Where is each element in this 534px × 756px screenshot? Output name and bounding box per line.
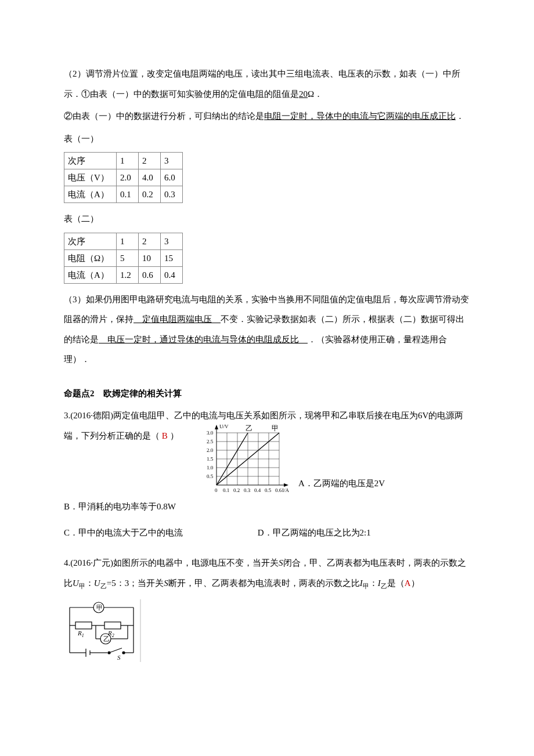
para-2-1: （2）调节滑片位置，改变定值电阻两端的电压，读出其中三组电流表、电压表的示数，如…	[64, 64, 470, 104]
p1-blank: 20	[299, 89, 308, 99]
cell: 3	[161, 153, 183, 169]
q4-e: 是（	[387, 578, 405, 588]
q3-optD: D．甲乙两端的电压之比为2:1	[258, 528, 371, 537]
para-2-2: ②由表（一）中的数据进行分析，可归纳出的结论是电阻一定时，导体中的电流与它两端的…	[64, 106, 470, 126]
p1-pre: （2）调节滑片位置，改变定值电阻两端的电压，读出其中三组电流表、电压表的示数，如…	[64, 69, 460, 99]
cell: 电流（A）	[64, 266, 117, 283]
ytick: 2.0	[207, 447, 214, 453]
q4-c: =5：3；当开关	[107, 578, 164, 588]
cell: 0.3	[161, 186, 183, 203]
q4-col1: ：	[85, 578, 94, 588]
p3-blank2: 电压一定时，通过导体的电流与导体的电阻成反比	[99, 335, 308, 344]
r1sub: 1	[82, 633, 84, 638]
ytick: 0.5	[207, 473, 214, 479]
cell: 2	[139, 233, 161, 249]
q4: 4.(2016·广元)如图所示的电器中，电源电压不变，当开关S闭合，甲、乙两表都…	[64, 553, 470, 594]
svg-rect-26	[104, 622, 121, 629]
p1-post: Ω．	[308, 89, 323, 99]
cell: 2.0	[117, 169, 139, 186]
q3-opts-cd: C．甲中的电流大于乙中的电流 D．甲乙两端的电压之比为2:1	[64, 523, 470, 543]
cell: 0.4	[161, 266, 183, 283]
chart-svg: U/V I/A	[196, 421, 295, 497]
q4-f: ）	[411, 578, 420, 588]
q4-u1: U	[73, 578, 79, 588]
svg-marker-3	[284, 483, 288, 487]
cell: 10	[139, 249, 161, 266]
cell: 1	[117, 233, 139, 249]
p2-blank: 电阻一定时，导体中的电流与它两端的电压成正比	[264, 111, 456, 121]
xtick: 0.2	[233, 487, 240, 493]
q3-optB: B．甲消耗的电功率等于0.8W	[64, 497, 470, 517]
q4-s1: S	[279, 558, 283, 567]
series-label-jia: 甲	[272, 424, 279, 432]
q4-yi2: 乙	[381, 583, 387, 589]
p3-blank1: 定值电阻两端电压	[134, 314, 221, 324]
series-label-yi: 乙	[246, 424, 252, 432]
q4-u2: U	[94, 578, 100, 588]
q4-s2: S	[164, 578, 168, 588]
r2sub: 2	[112, 633, 114, 638]
q4-a: 4.(2016·广元)如图所示的电器中，电源电压不变，当开关	[64, 558, 279, 567]
table-2: 次序 1 2 3 电阻（Ω） 5 10 15 电流（A） 1.2 0.6 0.4	[64, 233, 183, 284]
cell: 1	[117, 153, 139, 169]
x-label: I/A	[282, 487, 289, 493]
q4-answer: A	[405, 578, 411, 588]
svg-rect-24	[75, 622, 92, 629]
circuit-svg: 甲 乙 R1 R2 S	[64, 599, 145, 663]
xtick: 0.5	[265, 487, 272, 493]
svg-line-40	[109, 648, 122, 653]
q4-yi1: 乙	[100, 583, 107, 589]
p2-post: ．	[456, 111, 464, 121]
xtick: 0	[215, 487, 218, 493]
q3-optA: A．乙两端的电压是2V	[298, 473, 385, 494]
cell: 5	[117, 249, 139, 266]
cell: 15	[161, 249, 183, 266]
q4-d: 断开，甲、乙两表都为电流表时，两表的示数之比	[168, 578, 360, 588]
cell: 0.6	[139, 266, 161, 283]
iv-chart: U/V I/A	[196, 421, 295, 497]
xtick: 0.3	[244, 487, 251, 493]
meter-jia: 甲	[96, 604, 103, 611]
switch-label: S	[117, 654, 121, 661]
table2-caption: 表（二）	[64, 209, 470, 229]
section-title-2: 命题点2 欧姆定律的相关计算	[64, 384, 470, 404]
q4-jia2: 甲	[363, 583, 369, 589]
cell: 3	[161, 233, 183, 249]
q3-answer: B	[160, 431, 170, 440]
ytick: 1.0	[207, 465, 214, 471]
xtick: 0.6	[275, 487, 282, 493]
svg-marker-1	[215, 425, 218, 429]
cell: 电压（V）	[64, 169, 117, 186]
cell: 0.1	[117, 186, 139, 203]
q4-col2: ：	[369, 578, 378, 588]
cell: 6.0	[161, 169, 183, 186]
cell: 1.2	[117, 266, 139, 283]
table-row: 次序 1 2 3	[64, 153, 183, 169]
y-label: U/V	[219, 424, 229, 429]
q4-jia1: 甲	[79, 583, 85, 589]
table-1: 次序 1 2 3 电压（V） 2.0 4.0 6.0 电流（A） 0.1 0.2…	[64, 152, 183, 203]
table-row: 电流（A） 0.1 0.2 0.3	[64, 186, 183, 203]
q3-optC: C．甲中的电流大于乙中的电流	[64, 523, 255, 543]
cell: 2	[139, 153, 161, 169]
ytick: 1.5	[207, 456, 214, 462]
circuit-diagram: 甲 乙 R1 R2 S	[64, 599, 470, 663]
p2-pre: ②由表（一）中的数据进行分析，可归纳出的结论是	[64, 111, 264, 121]
cell: 电流（A）	[64, 186, 117, 203]
table-row: 电流（A） 1.2 0.6 0.4	[64, 266, 183, 283]
q3-close: ）	[170, 431, 179, 440]
cell: 0.2	[139, 186, 161, 203]
cell: 电阻（Ω）	[64, 249, 117, 266]
table1-caption: 表（一）	[64, 129, 470, 149]
svg-text:R1: R1	[77, 630, 84, 638]
xtick: 0.4	[254, 487, 261, 493]
ytick: 2.5	[207, 439, 214, 444]
xtick: 0.1	[223, 487, 229, 493]
cell: 次序	[64, 233, 117, 249]
table-row: 次序 1 2 3	[64, 233, 183, 249]
para-3: （3）如果仍用图甲电路研究电流与电阻的关系，实验中当换用不同阻值的定值电阻后，每…	[64, 290, 470, 370]
ytick: 3.0	[207, 430, 214, 436]
cell: 4.0	[139, 169, 161, 186]
cell: 次序	[64, 153, 117, 169]
table-row: 电阻（Ω） 5 10 15	[64, 249, 183, 266]
